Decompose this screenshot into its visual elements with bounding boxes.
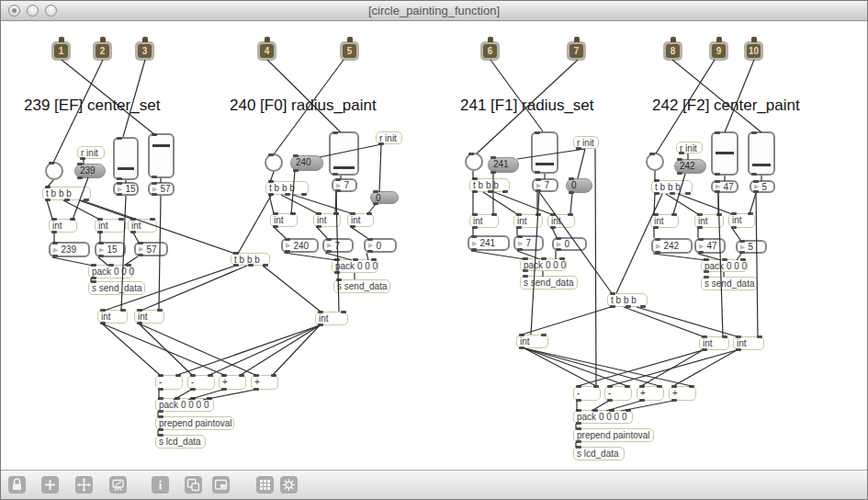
bang-button[interactable] bbox=[265, 153, 283, 172]
object-box[interactable]: int bbox=[547, 214, 575, 228]
object-box[interactable]: int bbox=[49, 219, 77, 233]
bang-button[interactable] bbox=[465, 153, 483, 171]
patch-cord[interactable] bbox=[317, 227, 327, 238]
object-box[interactable]: r init bbox=[676, 142, 703, 153]
number-box[interactable]: ▶47 bbox=[711, 180, 738, 193]
patch-cord[interactable] bbox=[274, 227, 286, 238]
object-box[interactable]: pack 0 0 0 bbox=[88, 265, 133, 278]
slider[interactable] bbox=[329, 131, 359, 176]
object-box[interactable]: s send_data bbox=[88, 281, 145, 295]
object-box[interactable]: int bbox=[97, 310, 128, 324]
patch-cord[interactable] bbox=[52, 257, 93, 266]
patch-cord[interactable] bbox=[756, 193, 758, 336]
slider-knob[interactable] bbox=[118, 167, 134, 170]
patch-cord[interactable] bbox=[732, 228, 740, 240]
trigger-number-button[interactable]: 8 bbox=[663, 41, 682, 61]
patch-cord[interactable] bbox=[524, 348, 627, 386]
presentation-icon[interactable] bbox=[109, 476, 127, 494]
patch-cord[interactable] bbox=[578, 149, 585, 178]
patch-cord[interactable] bbox=[750, 193, 756, 214]
object-box[interactable]: - bbox=[155, 375, 183, 390]
patch-cord[interactable] bbox=[641, 350, 703, 386]
patch-cord[interactable] bbox=[552, 228, 557, 237]
patch-cord[interactable] bbox=[379, 144, 381, 192]
patch-cord[interactable] bbox=[293, 195, 351, 213]
patch-cord[interactable] bbox=[102, 324, 160, 375]
trigger-number-button[interactable]: 4 bbox=[257, 41, 276, 61]
message-box[interactable]: 241 bbox=[488, 157, 519, 173]
patch-cord[interactable] bbox=[269, 195, 274, 213]
object-box[interactable]: pack 0 0 0 0 bbox=[155, 398, 214, 412]
patch-cord[interactable] bbox=[483, 192, 517, 214]
patch-cord[interactable] bbox=[653, 254, 705, 260]
slider[interactable] bbox=[531, 131, 558, 174]
number-box[interactable]: ▶7 bbox=[513, 235, 544, 251]
object-box[interactable]: - bbox=[573, 386, 601, 401]
patch-cord[interactable] bbox=[524, 348, 596, 386]
object-box[interactable]: s send_data bbox=[520, 276, 578, 290]
object-box[interactable]: + bbox=[669, 386, 696, 401]
patch-cord[interactable] bbox=[139, 324, 255, 375]
object-box[interactable]: - bbox=[187, 375, 215, 390]
object-box[interactable]: t b b b bbox=[651, 180, 693, 194]
object-box[interactable]: pack 0 0 0 0 bbox=[573, 410, 633, 424]
object-box[interactable]: int bbox=[728, 213, 755, 228]
number-box[interactable]: ▶57 bbox=[148, 182, 175, 196]
number-box[interactable]: ▶0 bbox=[364, 238, 397, 253]
settings-icon[interactable] bbox=[280, 476, 298, 494]
patch-cord[interactable] bbox=[524, 348, 659, 386]
object-box[interactable]: s send_data bbox=[333, 279, 390, 293]
patch-cord[interactable] bbox=[139, 324, 192, 375]
patch-cord[interactable] bbox=[637, 307, 737, 336]
number-box[interactable]: ▶239 bbox=[49, 242, 90, 257]
patch-cord[interactable] bbox=[522, 307, 611, 335]
object-box[interactable]: r init bbox=[573, 136, 599, 149]
object-box[interactable]: t b b b bbox=[265, 181, 309, 195]
object-box[interactable]: int bbox=[513, 214, 543, 228]
object-box[interactable]: int bbox=[516, 335, 548, 348]
object-box[interactable]: t b b b bbox=[607, 293, 648, 307]
object-box[interactable]: t b b b bbox=[231, 253, 270, 266]
object-box[interactable]: int bbox=[270, 213, 298, 227]
patch-cord[interactable] bbox=[578, 350, 703, 386]
patch-cord[interactable] bbox=[666, 194, 698, 214]
object-box[interactable]: + bbox=[637, 386, 664, 401]
patch-cord[interactable] bbox=[241, 325, 320, 375]
object-box[interactable]: int bbox=[128, 219, 157, 233]
patch-cord[interactable] bbox=[624, 307, 703, 336]
message-box[interactable]: 242 bbox=[674, 159, 706, 174]
move-icon[interactable] bbox=[75, 476, 93, 494]
patch-cord[interactable] bbox=[673, 350, 737, 386]
number-box[interactable]: ▶7 bbox=[322, 238, 354, 253]
slider-knob[interactable] bbox=[535, 163, 554, 165]
trigger-number-button[interactable]: 9 bbox=[709, 41, 728, 61]
object-box[interactable]: int bbox=[95, 219, 126, 233]
trigger-number-button[interactable]: 6 bbox=[480, 41, 500, 61]
patch-cord[interactable] bbox=[209, 325, 320, 375]
lock-icon[interactable] bbox=[8, 476, 26, 494]
patch-cord[interactable] bbox=[609, 350, 737, 386]
title-bar[interactable]: [circle_painting_function] bbox=[1, 1, 867, 21]
patch-cord[interactable] bbox=[141, 266, 247, 311]
patch-cord[interactable] bbox=[281, 195, 317, 213]
slider[interactable] bbox=[148, 133, 175, 178]
number-box[interactable]: ▶7 bbox=[332, 178, 357, 192]
object-box[interactable]: s lcd_data bbox=[573, 447, 625, 460]
object-box[interactable]: + bbox=[219, 375, 246, 390]
subpatcher-icon[interactable] bbox=[212, 476, 230, 494]
object-box[interactable]: r init bbox=[77, 146, 105, 159]
number-box[interactable]: ▶7 bbox=[532, 178, 558, 192]
object-box[interactable]: pack 0 0 0 bbox=[332, 259, 378, 273]
object-box[interactable]: prepend paintoval bbox=[155, 416, 234, 430]
object-box[interactable]: int bbox=[315, 312, 348, 325]
object-box[interactable]: pack 0 0 0 bbox=[701, 259, 748, 272]
object-box[interactable]: int bbox=[699, 336, 729, 350]
grid-icon[interactable] bbox=[256, 476, 274, 494]
object-box[interactable]: int bbox=[650, 214, 679, 228]
patch-cord[interactable] bbox=[238, 194, 272, 254]
number-box[interactable]: ▶242 bbox=[651, 238, 693, 254]
object-box[interactable]: prepend paintoval bbox=[573, 428, 654, 442]
patch-cord[interactable] bbox=[79, 200, 131, 219]
number-box[interactable]: ▶5 bbox=[736, 240, 767, 254]
patch-cord[interactable] bbox=[273, 325, 320, 375]
